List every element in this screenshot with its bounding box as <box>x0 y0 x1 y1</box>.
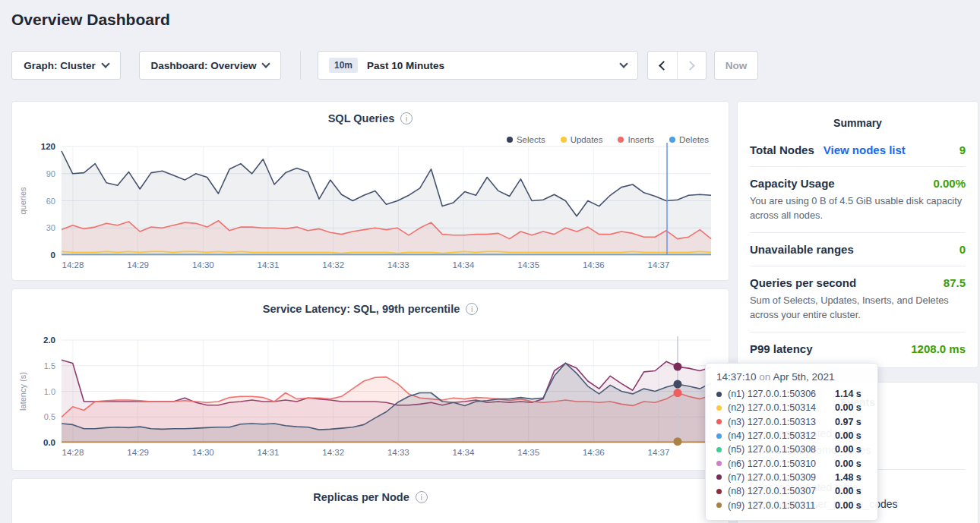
graph-dropdown[interactable]: Graph: Cluster <box>11 51 121 80</box>
svg-text:14:30: 14:30 <box>192 448 214 457</box>
tooltip-row: (n1) 127.0.0.1:503061.14 s <box>716 387 867 401</box>
info-icon[interactable]: i <box>416 491 428 503</box>
tooltip-node-label: (n3) 127.0.0.1:50313 <box>728 417 835 427</box>
svg-text:latency (s): latency (s) <box>18 372 27 411</box>
chart-title-text: Service Latency: SQL, 99th percentile <box>263 303 460 315</box>
svg-text:60: 60 <box>46 197 55 206</box>
tooltip-rows: (n1) 127.0.0.1:503061.14 s(n2) 127.0.0.1… <box>716 387 867 512</box>
tooltip-node-label: (n2) 127.0.0.1:50314 <box>728 402 835 413</box>
svg-text:14:34: 14:34 <box>453 260 475 269</box>
node-color-dot-icon <box>716 461 722 466</box>
summary-subtext: You are using 0 B of 4.5 GiB usable disk… <box>750 194 966 222</box>
node-color-dot-icon <box>716 405 722 411</box>
tooltip-node-value: 1.48 s <box>835 472 861 483</box>
summary-label: Queries per second <box>750 276 856 289</box>
chevron-right-icon <box>685 61 695 71</box>
tooltip-row: (n9) 127.0.0.1:503110.00 s <box>716 498 867 512</box>
node-color-dot-icon <box>716 474 722 480</box>
summary-subtext: Sum of Selects, Updates, Inserts, and De… <box>750 293 966 322</box>
tooltip-row: (n5) 127.0.0.1:503080.00 s <box>716 443 867 456</box>
chevron-down-icon <box>619 59 628 68</box>
info-icon[interactable]: i <box>466 303 478 315</box>
svg-text:14:30: 14:30 <box>192 260 214 269</box>
toolbar: Graph: Cluster Dashboard: Overview 10m P… <box>11 51 969 80</box>
summary-row: Unavailable ranges0 <box>750 233 966 266</box>
now-button-label: Now <box>726 60 748 71</box>
svg-text:90: 90 <box>46 169 55 178</box>
toolbar-divider <box>300 51 301 80</box>
dashboard-dropdown-label: Dashboard: Overview <box>151 60 257 71</box>
view-nodes-link[interactable]: View nodes list <box>824 143 906 156</box>
svg-text:30: 30 <box>46 223 55 232</box>
summary-value: 1208.0 ms <box>911 342 966 355</box>
sql-queries-panel: SQL Queries i SelectsUpdatesInsertsDelet… <box>11 101 729 281</box>
summary-value: 9 <box>959 143 966 156</box>
node-color-dot-icon <box>716 433 722 439</box>
tooltip-row: (n3) 127.0.0.1:503130.97 s <box>716 415 867 429</box>
svg-text:14:32: 14:32 <box>322 260 344 269</box>
svg-text:14:33: 14:33 <box>387 448 409 457</box>
replicas-per-node-panel: Replicas per Node i <box>11 478 729 523</box>
tooltip-node-label: (n5) 127.0.0.1:50308 <box>728 444 835 455</box>
summary-row: Queries per second87.5Sum of Selects, Up… <box>750 266 966 332</box>
svg-text:14:31: 14:31 <box>258 260 280 269</box>
tooltip-node-value: 0.00 s <box>835 402 861 413</box>
range-badge: 10m <box>329 58 358 73</box>
node-color-dot-icon <box>716 392 722 397</box>
graph-dropdown-label: Graph: Cluster <box>24 60 96 71</box>
chart-hover-tooltip: 14:37:10 on Apr 5th, 2021 (n1) 127.0.0.1… <box>705 363 878 521</box>
sql-queries-chart[interactable]: 14:2814:2914:3014:3114:3214:3314:3414:35… <box>12 141 729 285</box>
tooltip-node-label: (n6) 127.0.0.1:50310 <box>728 458 835 469</box>
next-range-button[interactable] <box>677 52 707 79</box>
summary-label: Capacity Usage <box>750 177 835 190</box>
summary-row: Total NodesView nodes list9 <box>750 134 966 167</box>
svg-text:14:36: 14:36 <box>583 260 605 269</box>
svg-text:2.0: 2.0 <box>43 336 55 345</box>
node-color-dot-icon <box>716 447 722 452</box>
time-nav-group <box>647 51 707 80</box>
tooltip-node-label: (n1) 127.0.0.1:50306 <box>728 389 835 399</box>
svg-text:14:37: 14:37 <box>648 448 670 457</box>
summary-row: P99 latency1208.0 ms <box>750 332 966 365</box>
page-title: Overview Dashboard <box>11 11 170 29</box>
svg-text:1.5: 1.5 <box>44 361 55 370</box>
summary-value: 87.5 <box>944 276 966 289</box>
service-latency-chart[interactable]: 14:2814:2914:3014:3114:3214:3314:3414:35… <box>12 326 729 471</box>
chart-title-text: Replicas per Node <box>313 491 409 503</box>
svg-text:1.0: 1.0 <box>44 387 55 396</box>
tooltip-row: (n2) 127.0.0.1:503140.00 s <box>716 401 867 414</box>
node-color-dot-icon <box>716 503 722 508</box>
tooltip-node-value: 0.00 s <box>835 458 861 469</box>
tooltip-node-value: 0.00 s <box>835 430 861 441</box>
summary-panel: Summary Total NodesView nodes list9Capac… <box>737 101 978 368</box>
info-icon[interactable]: i <box>400 112 413 124</box>
chevron-down-icon <box>101 59 109 68</box>
sql-queries-title: SQL Queries i <box>12 112 729 124</box>
tooltip-node-label: (n7) 127.0.0.1:50309 <box>728 472 835 483</box>
svg-text:14:36: 14:36 <box>583 448 605 457</box>
now-button[interactable]: Now <box>714 51 758 80</box>
tooltip-row: (n4) 127.0.0.1:503120.00 s <box>716 429 867 443</box>
tooltip-node-label: (n4) 127.0.0.1:50312 <box>728 430 835 441</box>
svg-text:14:37: 14:37 <box>648 260 670 269</box>
svg-text:14:29: 14:29 <box>127 260 149 269</box>
svg-text:queries: queries <box>18 187 27 215</box>
tooltip-row: (n6) 127.0.0.1:503100.00 s <box>716 456 867 470</box>
tooltip-node-value: 1.14 s <box>835 389 861 399</box>
svg-text:14:35: 14:35 <box>517 260 539 269</box>
svg-text:14:33: 14:33 <box>387 260 409 269</box>
svg-text:14:34: 14:34 <box>453 448 475 457</box>
service-latency-panel: Service Latency: SQL, 99th percentile i … <box>11 288 729 471</box>
prev-range-button[interactable] <box>648 52 677 79</box>
summary-label: P99 latency <box>750 342 813 355</box>
summary-label: Total Nodes <box>750 143 814 156</box>
time-range-picker[interactable]: 10m Past 10 Minutes <box>318 51 638 80</box>
dashboard-dropdown[interactable]: Dashboard: Overview <box>139 51 281 80</box>
node-color-dot-icon <box>716 419 722 424</box>
svg-text:14:35: 14:35 <box>517 448 539 457</box>
tooltip-node-value: 0.00 s <box>835 500 861 511</box>
tooltip-row: (n8) 127.0.0.1:503070.00 s <box>716 484 867 498</box>
summary-label: Unavailable ranges <box>750 243 854 256</box>
tooltip-node-label: (n9) 127.0.0.1:50311 <box>728 500 835 511</box>
tooltip-row: (n7) 127.0.0.1:503091.48 s <box>716 471 867 484</box>
